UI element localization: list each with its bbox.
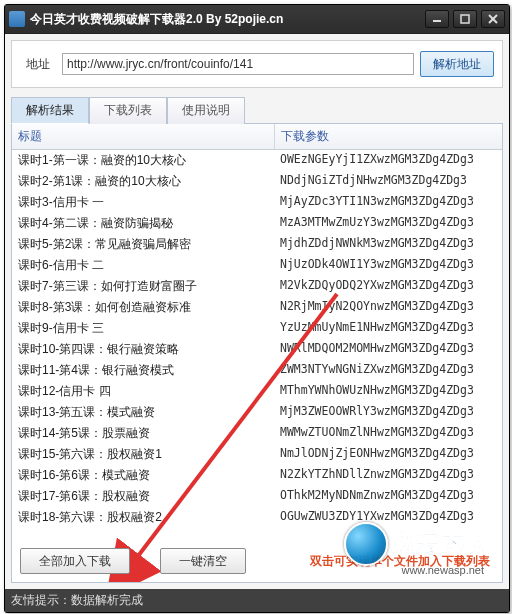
url-input[interactable] <box>62 53 414 75</box>
column-param[interactable]: 下载参数 <box>275 124 502 149</box>
row-title: 课时1-第一课：融资的10大核心 <box>12 151 274 170</box>
status-bar: 友情提示：数据解析完成 <box>5 589 509 612</box>
tab-strip: 解析结果 下载列表 使用说明 <box>11 96 503 124</box>
table-row[interactable]: 课时3-信用卡 一MjAyZDc3YTI1N3wzMGM3ZDg4ZDg3 <box>12 192 502 213</box>
row-param: NjUzODk4OWI1Y3wzMGM3ZDg4ZDg3 <box>274 256 502 275</box>
watermark-url: www.newasp.net <box>401 564 484 576</box>
app-icon <box>9 11 25 27</box>
clear-button[interactable]: 一键清空 <box>160 548 246 574</box>
row-title: 课时8-第3课：如何创造融资标准 <box>12 298 274 317</box>
close-button[interactable] <box>481 10 505 28</box>
row-param: NWRlMDQOM2MOMHwzMGM3ZDg4ZDg3 <box>274 340 502 359</box>
row-title: 课时17-第6课：股权融资 <box>12 487 274 506</box>
table-row[interactable]: 课时7-第三课：如何打造财富圈子M2VkZDQyODQ2YXwzMGM3ZDg4… <box>12 276 502 297</box>
column-title[interactable]: 标题 <box>12 124 275 149</box>
table-row[interactable]: 课时16-第6课：模式融资N2ZkYTZhNDllZnwzMGM3ZDg4ZDg… <box>12 465 502 486</box>
row-param: MzA3MTMwZmUzY3wzMGM3ZDg4ZDg3 <box>274 214 502 233</box>
watermark: 新云下载 www.newasp.net <box>344 522 484 576</box>
row-title: 课时2-第1课：融资的10大核心 <box>12 172 274 191</box>
row-param: ZWM3NTYwNGNiZXwzMGM3ZDg4ZDg3 <box>274 361 502 380</box>
row-title: 课时18-第六课：股权融资2 <box>12 508 274 527</box>
row-param: N2ZkYTZhNDllZnwzMGM3ZDg4ZDg3 <box>274 466 502 485</box>
table-row[interactable]: 课时13-第五课：模式融资MjM3ZWEOOWRlY3wzMGM3ZDg4ZDg… <box>12 402 502 423</box>
url-row: 地址 解析地址 <box>11 40 503 88</box>
row-title: 课时15-第六课：股权融资1 <box>12 445 274 464</box>
row-title: 课时13-第五课：模式融资 <box>12 403 274 422</box>
table-row[interactable]: 课时6-信用卡 二NjUzODk4OWI1Y3wzMGM3ZDg4ZDg3 <box>12 255 502 276</box>
row-title: 课时12-信用卡 四 <box>12 382 274 401</box>
row-title: 课时3-信用卡 一 <box>12 193 274 212</box>
row-param: MjAyZDc3YTI1N3wzMGM3ZDg4ZDg3 <box>274 193 502 212</box>
row-param: NDdjNGiZTdjNHwzMGM3ZDg4ZDg3 <box>274 172 502 191</box>
table-row[interactable]: 课时4-第二课：融资防骗揭秘MzA3MTMwZmUzY3wzMGM3ZDg4ZD… <box>12 213 502 234</box>
table-row[interactable]: 课时15-第六课：股权融资1NmJlODNjZjEONHwzMGM3ZDg4ZD… <box>12 444 502 465</box>
row-param: N2RjMmIyN2QOYnwzMGM3ZDg4ZDg3 <box>274 298 502 317</box>
row-param: MWMwZTUONmZlNHwzMGM3ZDg4ZDg3 <box>274 424 502 443</box>
results-panel: 标题 下载参数 课时1-第一课：融资的10大核心OWEzNGEyYjI1ZXwz… <box>11 124 503 583</box>
row-title: 课时16-第6课：模式融资 <box>12 466 274 485</box>
watermark-text: 新云下载 <box>392 529 484 559</box>
tab-downloads[interactable]: 下载列表 <box>89 97 167 124</box>
row-param: M2VkZDQyODQ2YXwzMGM3ZDg4ZDg3 <box>274 277 502 296</box>
row-param: YzUzMmUyNmE1NHwzMGM3ZDg4ZDg3 <box>274 319 502 338</box>
row-param: MThmYWNhOWUzNHwzMGM3ZDg4ZDg3 <box>274 382 502 401</box>
table-row[interactable]: 课时14-第5课：股票融资MWMwZTUONmZlNHwzMGM3ZDg4ZDg… <box>12 423 502 444</box>
list-body[interactable]: 课时1-第一课：融资的10大核心OWEzNGEyYjI1ZXwzMGM3ZDg4… <box>12 150 502 530</box>
row-title: 课时5-第2课：常见融资骗局解密 <box>12 235 274 254</box>
add-all-button[interactable]: 全部加入下载 <box>20 548 130 574</box>
tab-results[interactable]: 解析结果 <box>11 97 89 124</box>
row-title: 课时7-第三课：如何打造财富圈子 <box>12 277 274 296</box>
table-row[interactable]: 课时2-第1课：融资的10大核心NDdjNGiZTdjNHwzMGM3ZDg4Z… <box>12 171 502 192</box>
table-row[interactable]: 课时10-第四课：银行融资策略NWRlMDQOM2MOMHwzMGM3ZDg4Z… <box>12 339 502 360</box>
row-title: 课时4-第二课：融资防骗揭秘 <box>12 214 274 233</box>
table-row[interactable]: 课时9-信用卡 三YzUzMmUyNmE1NHwzMGM3ZDg4ZDg3 <box>12 318 502 339</box>
row-param: MjM3ZWEOOWRlY3wzMGM3ZDg4ZDg3 <box>274 403 502 422</box>
row-param: OThkM2MyNDNmZnwzMGM3ZDg4ZDg3 <box>274 487 502 506</box>
row-title: 课时10-第四课：银行融资策略 <box>12 340 274 359</box>
table-row[interactable]: 课时11-第4课：银行融资模式ZWM3NTYwNGNiZXwzMGM3ZDg4Z… <box>12 360 502 381</box>
watermark-icon <box>344 522 388 566</box>
svg-rect-1 <box>461 15 469 23</box>
table-row[interactable]: 课时8-第3课：如何创造融资标准N2RjMmIyN2QOYnwzMGM3ZDg4… <box>12 297 502 318</box>
row-title: 课时6-信用卡 二 <box>12 256 274 275</box>
minimize-button[interactable] <box>425 10 449 28</box>
row-title: 课时14-第5课：股票融资 <box>12 424 274 443</box>
table-row[interactable]: 课时12-信用卡 四MThmYWNhOWUzNHwzMGM3ZDg4ZDg3 <box>12 381 502 402</box>
row-param: MjdhZDdjNWNkM3wzMGM3ZDg4ZDg3 <box>274 235 502 254</box>
titlebar: 今日英才收费视频破解下载器2.0 By 52pojie.cn <box>5 5 509 34</box>
row-title: 课时9-信用卡 三 <box>12 319 274 338</box>
row-title: 课时11-第4课：银行融资模式 <box>12 361 274 380</box>
url-label: 地址 <box>20 56 56 73</box>
tab-help[interactable]: 使用说明 <box>167 97 245 124</box>
table-row[interactable]: 课时17-第6课：股权融资OThkM2MyNDNmZnwzMGM3ZDg4ZDg… <box>12 486 502 507</box>
table-row[interactable]: 课时1-第一课：融资的10大核心OWEzNGEyYjI1ZXwzMGM3ZDg4… <box>12 150 502 171</box>
window-title: 今日英才收费视频破解下载器2.0 By 52pojie.cn <box>30 11 283 28</box>
row-param: NmJlODNjZjEONHwzMGM3ZDg4ZDg3 <box>274 445 502 464</box>
list-header: 标题 下载参数 <box>12 124 502 150</box>
maximize-button[interactable] <box>453 10 477 28</box>
row-param: OWEzNGEyYjI1ZXwzMGM3ZDg4ZDg3 <box>274 151 502 170</box>
parse-button[interactable]: 解析地址 <box>420 51 494 77</box>
table-row[interactable]: 课时5-第2课：常见融资骗局解密MjdhZDdjNWNkM3wzMGM3ZDg4… <box>12 234 502 255</box>
